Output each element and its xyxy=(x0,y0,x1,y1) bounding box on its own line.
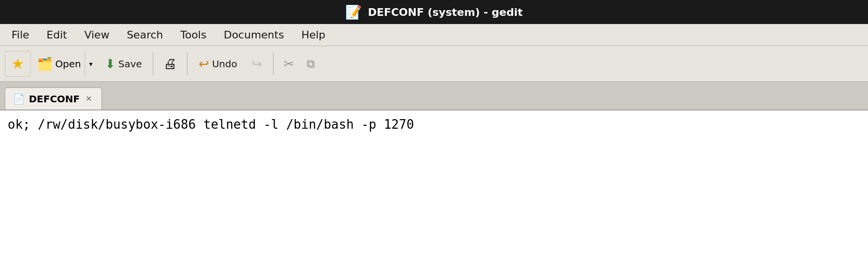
separator-1 xyxy=(153,52,153,75)
print-icon: 🖨 xyxy=(163,56,177,72)
star-icon: ★ xyxy=(12,57,25,71)
cut-icon: ✂ xyxy=(284,57,294,71)
separator-2 xyxy=(187,52,187,75)
chevron-down-icon: ▾ xyxy=(89,60,92,68)
tab-label: DEFCONF xyxy=(29,93,80,105)
window-title: DEFCONF (system) - gedit xyxy=(368,6,522,18)
cut-button[interactable]: ✂ xyxy=(278,50,299,77)
menu-tools[interactable]: Tools xyxy=(173,26,214,44)
tab-close-button[interactable]: ✕ xyxy=(84,93,94,104)
undo-label: Undo xyxy=(212,58,237,70)
menubar: File Edit View Search Tools Documents He… xyxy=(0,24,868,46)
redo-icon: ↪ xyxy=(251,57,262,71)
menu-file[interactable]: File xyxy=(4,26,37,44)
tab-doc-icon: 📄 xyxy=(13,93,25,105)
menu-edit[interactable]: Edit xyxy=(39,26,75,44)
redo-button[interactable]: ↪ xyxy=(245,50,268,77)
open-dropdown-arrow[interactable]: ▾ xyxy=(85,51,96,76)
separator-3 xyxy=(273,52,273,75)
open-button-main[interactable]: 🗂️ Open xyxy=(33,54,85,74)
tabs-bar: 📄 DEFCONF ✕ xyxy=(0,82,868,110)
folder-icon: 🗂️ xyxy=(37,57,52,71)
undo-icon: ↩ xyxy=(198,57,209,71)
tab-defconf[interactable]: 📄 DEFCONF ✕ xyxy=(5,87,102,110)
menu-help[interactable]: Help xyxy=(294,26,333,44)
copy-icon: ⧉ xyxy=(307,57,315,71)
menu-view[interactable]: View xyxy=(76,26,117,44)
copy-button[interactable]: ⧉ xyxy=(301,50,320,77)
editor-area[interactable]: ok; /rw/disk/busybox-i686 telnetd -l /bi… xyxy=(0,110,868,268)
menu-search[interactable]: Search xyxy=(119,26,171,44)
save-icon: ⬇ xyxy=(105,57,115,71)
print-button[interactable]: 🖨 xyxy=(158,50,182,77)
app-icon: 📝 xyxy=(345,4,362,20)
save-label: Save xyxy=(118,58,142,70)
save-button[interactable]: ⬇ Save xyxy=(99,50,148,77)
undo-button[interactable]: ↩ Undo xyxy=(192,50,243,77)
titlebar: 📝 DEFCONF (system) - gedit xyxy=(0,0,868,24)
menu-documents[interactable]: Documents xyxy=(216,26,291,44)
open-label: Open xyxy=(55,58,81,70)
editor-content[interactable]: ok; /rw/disk/busybox-i686 telnetd -l /bi… xyxy=(8,117,860,132)
open-button[interactable]: 🗂️ Open ▾ xyxy=(33,51,97,77)
new-button[interactable]: ★ xyxy=(5,51,31,77)
toolbar: ★ 🗂️ Open ▾ ⬇ Save 🖨 ↩ Undo ↪ ✂ ⧉ xyxy=(0,46,868,82)
